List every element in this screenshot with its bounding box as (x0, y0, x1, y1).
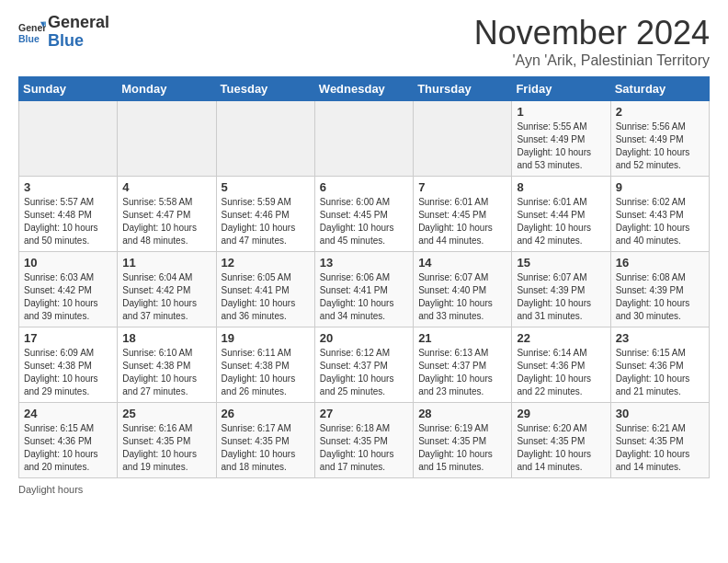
footer-label: Daylight hours (18, 484, 710, 495)
calendar-cell: 7Sunrise: 6:01 AM Sunset: 4:45 PM Daylig… (414, 177, 512, 252)
day-info: Sunrise: 6:01 AM Sunset: 4:44 PM Dayligh… (517, 196, 605, 247)
calendar-cell: 13Sunrise: 6:06 AM Sunset: 4:41 PM Dayli… (314, 252, 413, 327)
day-info: Sunrise: 6:04 AM Sunset: 4:42 PM Dayligh… (122, 271, 210, 323)
day-info: Sunrise: 6:00 AM Sunset: 4:45 PM Dayligh… (320, 196, 408, 247)
day-info: Sunrise: 5:56 AM Sunset: 4:49 PM Dayligh… (616, 121, 704, 172)
day-number: 5 (222, 180, 310, 194)
day-info: Sunrise: 6:06 AM Sunset: 4:41 PM Dayligh… (320, 271, 408, 323)
calendar-cell: 10Sunrise: 6:03 AM Sunset: 4:42 PM Dayli… (19, 252, 118, 327)
day-number: 29 (517, 407, 605, 420)
calendar-cell: 25Sunrise: 6:16 AM Sunset: 4:35 PM Dayli… (118, 403, 216, 478)
day-number: 12 (222, 256, 310, 270)
day-number: 18 (122, 331, 210, 345)
day-info: Sunrise: 6:15 AM Sunset: 4:36 PM Dayligh… (24, 422, 112, 474)
day-number: 6 (320, 180, 408, 194)
calendar-header-row: SundayMondayTuesdayWednesdayThursdayFrid… (19, 77, 710, 101)
day-number: 13 (320, 256, 408, 270)
day-info: Sunrise: 5:55 AM Sunset: 4:49 PM Dayligh… (517, 121, 605, 172)
calendar-header-wednesday: Wednesday (314, 77, 413, 101)
calendar-cell: 30Sunrise: 6:21 AM Sunset: 4:35 PM Dayli… (610, 403, 709, 478)
day-info: Sunrise: 5:59 AM Sunset: 4:46 PM Dayligh… (222, 196, 310, 247)
svg-text:Blue: Blue (18, 32, 40, 43)
month-title: November 2024 (474, 14, 710, 52)
day-number: 4 (122, 180, 210, 194)
day-info: Sunrise: 6:12 AM Sunset: 4:37 PM Dayligh… (320, 347, 408, 398)
day-number: 15 (517, 256, 605, 270)
day-info: Sunrise: 5:57 AM Sunset: 4:48 PM Dayligh… (24, 196, 112, 247)
day-number: 3 (24, 180, 112, 194)
calendar-cell: 21Sunrise: 6:13 AM Sunset: 4:37 PM Dayli… (414, 327, 512, 403)
calendar-cell (19, 101, 118, 177)
calendar-week-1: 1Sunrise: 5:55 AM Sunset: 4:49 PM Daylig… (19, 101, 710, 177)
day-number: 26 (222, 407, 310, 420)
day-number: 30 (616, 407, 704, 420)
calendar-cell: 20Sunrise: 6:12 AM Sunset: 4:37 PM Dayli… (314, 327, 413, 403)
calendar-cell (118, 101, 216, 177)
calendar-cell (414, 101, 512, 177)
day-number: 8 (517, 180, 605, 194)
calendar-cell: 6Sunrise: 6:00 AM Sunset: 4:45 PM Daylig… (314, 177, 413, 252)
calendar-header-saturday: Saturday (610, 77, 709, 101)
calendar-cell (216, 101, 314, 177)
calendar-header-sunday: Sunday (19, 77, 118, 101)
calendar-cell: 27Sunrise: 6:18 AM Sunset: 4:35 PM Dayli… (314, 403, 413, 478)
day-number: 17 (24, 331, 112, 345)
calendar-header-tuesday: Tuesday (216, 77, 314, 101)
calendar-cell: 11Sunrise: 6:04 AM Sunset: 4:42 PM Dayli… (118, 252, 216, 327)
calendar-cell: 29Sunrise: 6:20 AM Sunset: 4:35 PM Dayli… (512, 403, 610, 478)
day-number: 10 (24, 256, 112, 270)
title-block: November 2024 'Ayn 'Arik, Palestinian Te… (474, 14, 710, 69)
logo-general-text: General (48, 14, 109, 32)
calendar-cell: 4Sunrise: 5:58 AM Sunset: 4:47 PM Daylig… (118, 177, 216, 252)
calendar-week-4: 17Sunrise: 6:09 AM Sunset: 4:38 PM Dayli… (19, 327, 710, 403)
day-info: Sunrise: 6:11 AM Sunset: 4:38 PM Dayligh… (222, 347, 310, 398)
day-number: 11 (122, 256, 210, 270)
calendar-cell: 26Sunrise: 6:17 AM Sunset: 4:35 PM Dayli… (216, 403, 314, 478)
calendar-week-2: 3Sunrise: 5:57 AM Sunset: 4:48 PM Daylig… (19, 177, 710, 252)
day-number: 28 (418, 407, 506, 420)
day-info: Sunrise: 6:20 AM Sunset: 4:35 PM Dayligh… (517, 422, 605, 474)
day-info: Sunrise: 6:09 AM Sunset: 4:38 PM Dayligh… (24, 347, 112, 398)
calendar-cell: 24Sunrise: 6:15 AM Sunset: 4:36 PM Dayli… (19, 403, 118, 478)
calendar-cell: 16Sunrise: 6:08 AM Sunset: 4:39 PM Dayli… (610, 252, 709, 327)
day-number: 7 (418, 180, 506, 194)
calendar-cell: 14Sunrise: 6:07 AM Sunset: 4:40 PM Dayli… (414, 252, 512, 327)
day-number: 19 (222, 331, 310, 345)
day-info: Sunrise: 6:15 AM Sunset: 4:36 PM Dayligh… (616, 347, 704, 398)
day-number: 14 (418, 256, 506, 270)
day-info: Sunrise: 6:07 AM Sunset: 4:39 PM Dayligh… (517, 271, 605, 323)
day-number: 20 (320, 331, 408, 345)
day-number: 25 (122, 407, 210, 420)
calendar-cell: 12Sunrise: 6:05 AM Sunset: 4:41 PM Dayli… (216, 252, 314, 327)
day-number: 27 (320, 407, 408, 420)
calendar-table: SundayMondayTuesdayWednesdayThursdayFrid… (18, 76, 710, 478)
day-info: Sunrise: 6:19 AM Sunset: 4:35 PM Dayligh… (418, 422, 506, 474)
day-number: 24 (24, 407, 112, 420)
day-info: Sunrise: 6:10 AM Sunset: 4:38 PM Dayligh… (122, 347, 210, 398)
day-info: Sunrise: 5:58 AM Sunset: 4:47 PM Dayligh… (122, 196, 210, 247)
calendar-cell: 15Sunrise: 6:07 AM Sunset: 4:39 PM Dayli… (512, 252, 610, 327)
day-info: Sunrise: 6:03 AM Sunset: 4:42 PM Dayligh… (24, 271, 112, 323)
location: 'Ayn 'Arik, Palestinian Territory (474, 52, 710, 69)
day-number: 16 (616, 256, 704, 270)
day-number: 9 (616, 180, 704, 194)
calendar-week-5: 24Sunrise: 6:15 AM Sunset: 4:36 PM Dayli… (19, 403, 710, 478)
day-number: 22 (517, 331, 605, 345)
day-info: Sunrise: 6:16 AM Sunset: 4:35 PM Dayligh… (122, 422, 210, 474)
day-info: Sunrise: 6:05 AM Sunset: 4:41 PM Dayligh… (222, 271, 310, 323)
calendar-header-friday: Friday (512, 77, 610, 101)
page: General Blue General Blue November 2024 … (0, 0, 728, 504)
day-info: Sunrise: 6:13 AM Sunset: 4:37 PM Dayligh… (418, 347, 506, 398)
day-info: Sunrise: 6:14 AM Sunset: 4:36 PM Dayligh… (517, 347, 605, 398)
calendar-cell (314, 101, 413, 177)
calendar-cell: 3Sunrise: 5:57 AM Sunset: 4:48 PM Daylig… (19, 177, 118, 252)
day-number: 21 (418, 331, 506, 345)
calendar-cell: 22Sunrise: 6:14 AM Sunset: 4:36 PM Dayli… (512, 327, 610, 403)
day-info: Sunrise: 6:18 AM Sunset: 4:35 PM Dayligh… (320, 422, 408, 474)
calendar-cell: 19Sunrise: 6:11 AM Sunset: 4:38 PM Dayli… (216, 327, 314, 403)
calendar-cell: 28Sunrise: 6:19 AM Sunset: 4:35 PM Dayli… (414, 403, 512, 478)
day-info: Sunrise: 6:08 AM Sunset: 4:39 PM Dayligh… (616, 271, 704, 323)
day-info: Sunrise: 6:07 AM Sunset: 4:40 PM Dayligh… (418, 271, 506, 323)
day-info: Sunrise: 6:21 AM Sunset: 4:35 PM Dayligh… (616, 422, 704, 474)
logo-icon: General Blue (18, 18, 46, 46)
